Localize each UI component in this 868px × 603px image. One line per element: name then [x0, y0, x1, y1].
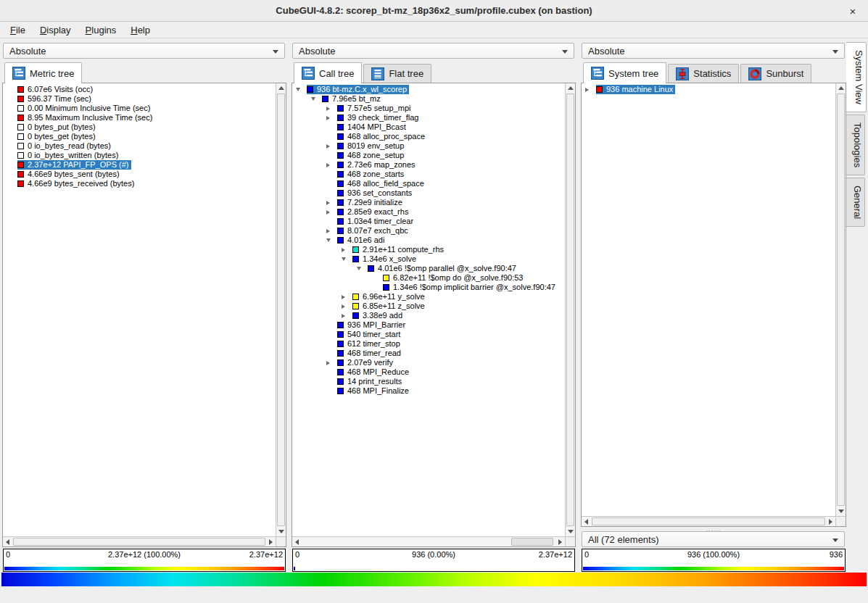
tree-row[interactable]: 7.96e5 bt_mz [292, 94, 565, 104]
metric-value-mode-combobox[interactable]: Absolute [3, 43, 285, 59]
tree-row[interactable]: 4.66e9 bytes_received (bytes) [3, 179, 276, 188]
tree-row[interactable]: 0.00 Minimum Inclusive Time (sec) [3, 104, 276, 113]
tree-row[interactable]: 468 zone_starts [292, 170, 565, 179]
call-vertical-scrollbar[interactable] [565, 83, 575, 536]
expand-arrow-icon[interactable] [323, 116, 337, 120]
tree-row[interactable]: 468 timer_read [292, 349, 565, 358]
tab-metric-tree[interactable]: Metric tree [4, 62, 82, 83]
tree-row[interactable]: 468 MPI_Finalize [292, 386, 565, 396]
tree-row[interactable]: 936 bt-mz.C.x_wl_scorep [292, 85, 565, 94]
scroll-left-icon[interactable] [582, 517, 591, 526]
system-horizontal-scrollbar[interactable] [582, 516, 835, 526]
tree-row[interactable]: 468 MPI_Reduce [292, 367, 565, 377]
tree-row[interactable]: 6.82e+11 !$omp do @x_solve.f90:53 [292, 273, 565, 283]
tree-row[interactable]: 468 zone_setup [292, 151, 565, 160]
tree-row[interactable]: 0 bytes_get (bytes) [3, 132, 276, 141]
collapse-arrow-icon[interactable] [292, 88, 307, 91]
tree-row[interactable]: 1404 MPI_Bcast [292, 122, 565, 132]
expand-arrow-icon[interactable] [323, 107, 337, 111]
tree-row[interactable]: 7.29e9 initialize [292, 198, 565, 207]
tree-row[interactable]: 4.66e9 bytes_sent (bytes) [3, 170, 276, 179]
tree-row[interactable]: 1.34e6 x_solve [292, 254, 565, 264]
expand-arrow-icon[interactable] [323, 144, 337, 149]
tree-row[interactable]: 6.07e6 Visits (occ) [3, 85, 276, 94]
scrollbar-handle[interactable] [566, 93, 574, 526]
scroll-down-icon[interactable] [836, 507, 846, 516]
menu-help[interactable]: Help [123, 23, 157, 37]
collapse-arrow-icon[interactable] [307, 97, 322, 101]
tree-row[interactable]: 3.38e9 add [292, 311, 565, 320]
tree-row[interactable]: 8019 env_setup [292, 141, 565, 151]
scroll-up-icon[interactable] [276, 83, 286, 93]
expand-arrow-icon[interactable] [338, 295, 352, 299]
collapse-arrow-icon[interactable] [353, 267, 368, 270]
metric-vertical-scrollbar[interactable] [276, 83, 286, 536]
tab-sunburst[interactable]: Sunburst [740, 64, 811, 83]
menu-plugins[interactable]: Plugins [78, 23, 124, 37]
call-horizontal-scrollbar[interactable] [292, 536, 565, 546]
tree-row[interactable]: 4.01e6 !$omp parallel @x_solve.f90:47 [292, 264, 565, 273]
tab-call-tree[interactable]: Call tree [294, 62, 362, 83]
tree-row[interactable]: 6.96e+11 y_solve [292, 292, 565, 302]
expand-arrow-icon[interactable] [323, 361, 337, 365]
tree-row[interactable]: 2.73e6 map_zones [292, 160, 565, 170]
scrollbar-handle[interactable] [592, 517, 825, 525]
system-filter-combobox[interactable]: All (72 elements) [582, 531, 845, 547]
call-value-mode-combobox[interactable]: Absolute [292, 43, 574, 59]
scroll-down-icon[interactable] [276, 527, 286, 536]
system-value-mode-combobox[interactable]: Absolute [582, 43, 845, 59]
tab-statistics[interactable]: Statistics [668, 64, 739, 83]
vtab-general[interactable]: General [846, 178, 865, 227]
menu-display[interactable]: Display [33, 23, 78, 37]
expand-arrow-icon[interactable] [323, 201, 337, 205]
tree-row[interactable]: 468 alloc_proc_space [292, 132, 565, 141]
scroll-down-icon[interactable] [566, 527, 575, 536]
scrollbar-handle[interactable] [511, 538, 553, 546]
expand-arrow-icon[interactable] [323, 210, 337, 215]
tree-row[interactable]: 1.03e4 timer_clear [292, 217, 565, 226]
scroll-up-icon[interactable] [836, 83, 846, 93]
collapse-arrow-icon[interactable] [338, 257, 352, 261]
tree-row[interactable]: 1.34e6 !$omp implicit barrier @x_solve.f… [292, 283, 565, 292]
expand-arrow-icon[interactable] [338, 248, 352, 252]
collapse-arrow-icon[interactable] [323, 238, 337, 242]
tree-row[interactable]: 8.07e7 exch_qbc [292, 226, 565, 236]
tree-row[interactable]: 7.57e5 setup_mpi [292, 104, 565, 113]
tree-row[interactable]: 8.95 Maximum Inclusive Time (sec) [3, 113, 276, 122]
scrollbar-handle[interactable] [13, 538, 265, 546]
scroll-right-icon[interactable] [266, 537, 276, 546]
tree-row[interactable]: 2.85e9 exact_rhs [292, 207, 565, 217]
vtab-system-view[interactable]: System View [846, 42, 867, 112]
menu-file[interactable]: File [3, 23, 33, 37]
scroll-left-icon[interactable] [3, 537, 12, 546]
system-vertical-scrollbar[interactable] [835, 83, 846, 516]
scroll-left-icon[interactable] [292, 537, 302, 546]
tree-row[interactable]: 0 io_bytes_read (bytes) [3, 141, 276, 151]
scroll-right-icon[interactable] [555, 537, 565, 546]
expand-arrow-icon[interactable] [323, 163, 337, 167]
expand-arrow-icon[interactable] [338, 314, 352, 318]
tree-row[interactable]: 39 check_timer_flag [292, 113, 565, 122]
tree-row[interactable]: 0 bytes_put (bytes) [3, 122, 276, 132]
tree-row[interactable]: 596.37 Time (sec) [3, 94, 276, 104]
expand-arrow-icon[interactable] [323, 229, 337, 233]
scroll-right-icon[interactable] [826, 517, 835, 526]
expand-arrow-icon[interactable] [338, 304, 352, 309]
tree-row[interactable]: 936 MPI_Barrier [292, 320, 565, 330]
tree-row[interactable]: 540 timer_start [292, 330, 565, 339]
tree-row[interactable]: 0 io_bytes_written (bytes) [3, 151, 276, 160]
expand-arrow-icon[interactable] [582, 88, 596, 92]
tree-row[interactable]: 612 timer_stop [292, 339, 565, 349]
tree-row[interactable]: 2.37e+12 PAPI_FP_OPS (#) [3, 160, 276, 170]
scroll-up-icon[interactable] [566, 83, 575, 93]
scrollbar-handle[interactable] [277, 93, 285, 526]
tree-row[interactable]: 936 machine Linux [582, 85, 835, 94]
tree-row[interactable]: 468 alloc_field_space [292, 179, 565, 188]
tree-row[interactable]: 936 set_constants [292, 188, 565, 198]
tree-row[interactable]: 2.91e+11 compute_rhs [292, 245, 565, 254]
scrollbar-handle[interactable] [837, 93, 845, 506]
vtab-topologies[interactable]: Topologies [846, 115, 865, 175]
tree-row[interactable]: 2.07e9 verify [292, 358, 565, 367]
tree-row[interactable]: 14 print_results [292, 377, 565, 386]
tab-system-tree[interactable]: System tree [583, 62, 666, 83]
